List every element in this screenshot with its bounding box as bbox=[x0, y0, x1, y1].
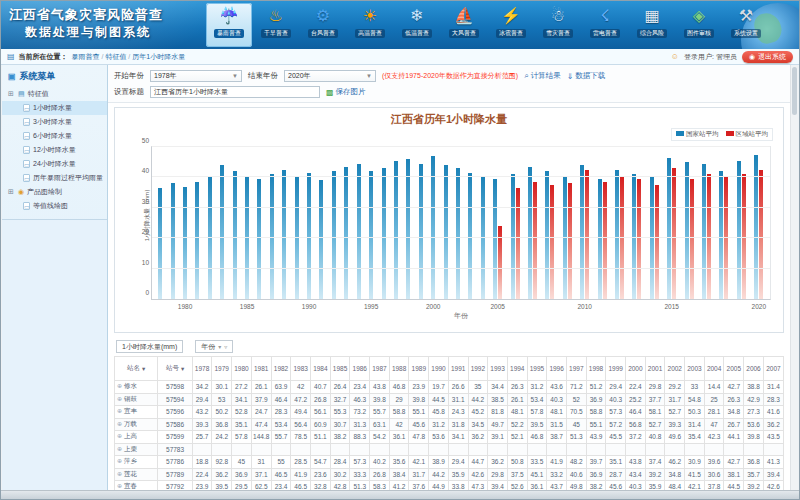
column-header-year-1982[interactable]: 1982 bbox=[271, 357, 291, 381]
sidebar-item[interactable]: ▭3小时降水量 bbox=[2, 115, 107, 129]
bar-national-1990[interactable] bbox=[307, 173, 311, 299]
station-name-cell[interactable]: ⊕莲花 bbox=[115, 468, 158, 481]
column-header-year-1993[interactable]: 1993 bbox=[488, 357, 508, 381]
column-header-year-1980[interactable]: 1980 bbox=[232, 357, 252, 381]
save-image-button[interactable]: ▩ 保存图片 bbox=[326, 87, 366, 97]
bar-national-1982[interactable] bbox=[208, 177, 212, 299]
sidebar-item[interactable]: ▭历年暴雨过程平均雨量 bbox=[2, 171, 107, 185]
station-name-cell[interactable]: ⊕万载 bbox=[115, 418, 158, 431]
table-row[interactable]: ⊕上栗57783 bbox=[115, 443, 784, 456]
toolbar-lightning-button[interactable]: ☇雷电普查 bbox=[582, 3, 628, 47]
toolbar-typhoon-button[interactable]: ⚙台风普查 bbox=[300, 3, 346, 47]
row-expander-icon[interactable]: ⊕ bbox=[117, 483, 122, 489]
column-header-year-2003[interactable]: 2003 bbox=[685, 357, 705, 381]
column-header-year-1981[interactable]: 1981 bbox=[251, 357, 271, 381]
breadcrumb-item[interactable]: 特征值 bbox=[105, 53, 126, 60]
row-expander-icon[interactable]: ⊕ bbox=[117, 471, 122, 477]
bar-national-2008[interactable] bbox=[545, 171, 549, 299]
bar-national-2002[interactable] bbox=[456, 168, 460, 299]
measure-chip[interactable]: 1小时降水量(mm) bbox=[116, 340, 183, 353]
sidebar-item[interactable]: ▭等值线绘图 bbox=[2, 199, 107, 213]
bar-regional-2013[interactable] bbox=[637, 179, 641, 299]
column-header-year-1986[interactable]: 1986 bbox=[350, 357, 370, 381]
bar-national-1980[interactable] bbox=[183, 187, 187, 299]
bar-national-1984[interactable] bbox=[233, 171, 237, 299]
table-row[interactable]: ⊕修水5759834.230.127.226.163.94240.726.423… bbox=[115, 381, 784, 394]
column-header-year-1979[interactable]: 1979 bbox=[212, 357, 232, 381]
column-header-year-2004[interactable]: 2004 bbox=[704, 357, 724, 381]
station-name-cell[interactable]: ⊕宜丰 bbox=[115, 406, 158, 419]
toolbar-high-temp-button[interactable]: ☀高温普查 bbox=[347, 3, 393, 47]
bar-national-1979[interactable] bbox=[171, 183, 175, 299]
data-table-wrap[interactable]: 站名▾站号▾1978197919801981198219831984198519… bbox=[114, 356, 784, 490]
station-name-cell[interactable]: ⊕萍乡 bbox=[115, 456, 158, 469]
bar-national-1989[interactable] bbox=[295, 177, 299, 299]
sidebar-item[interactable]: ▭12小时降水量 bbox=[2, 143, 107, 157]
sidebar-item[interactable]: ▭6小时降水量 bbox=[2, 129, 107, 143]
bar-regional-2015[interactable] bbox=[672, 168, 676, 299]
table-row[interactable]: ⊕宜春5779223.939.529.562.523.446.532.842.8… bbox=[115, 481, 784, 491]
bar-national-2004[interactable] bbox=[481, 177, 485, 299]
column-header-year-2006[interactable]: 2006 bbox=[744, 357, 764, 381]
column-header-year-1997[interactable]: 1997 bbox=[566, 357, 586, 381]
row-expander-icon[interactable]: ⊕ bbox=[117, 433, 122, 439]
column-header-year-1995[interactable]: 1995 bbox=[527, 357, 547, 381]
legend-item[interactable]: 区域站平均 bbox=[726, 130, 769, 139]
tree-group-1[interactable]: ⊞◉产品图绘制 bbox=[2, 185, 107, 199]
column-header-year-1990[interactable]: 1990 bbox=[429, 357, 449, 381]
column-header-year-1991[interactable]: 1991 bbox=[448, 357, 468, 381]
station-name-cell[interactable]: ⊕上栗 bbox=[115, 443, 158, 456]
bar-national-1983[interactable] bbox=[220, 165, 224, 299]
column-header-year-2005[interactable]: 2005 bbox=[724, 357, 744, 381]
toolbar-drought-button[interactable]: ♨干旱普查 bbox=[253, 3, 299, 47]
calculate-button[interactable]: ⌕ 计算结果 bbox=[524, 71, 560, 81]
bar-national-2010[interactable] bbox=[580, 165, 584, 299]
toolbar-composite-button[interactable]: ▦综合风险 bbox=[629, 3, 675, 47]
toolbar-low-temp-button[interactable]: ❄低温普查 bbox=[394, 3, 440, 47]
bar-national-1995[interactable] bbox=[369, 171, 373, 299]
breadcrumb-item[interactable]: 历年1小时降水量 bbox=[132, 53, 185, 60]
sort-icon[interactable]: ▾ bbox=[142, 365, 145, 373]
bar-national-2001[interactable] bbox=[444, 165, 448, 299]
column-header-year-2001[interactable]: 2001 bbox=[645, 357, 665, 381]
bar-national-1996[interactable] bbox=[382, 168, 386, 299]
column-header-year-1999[interactable]: 1999 bbox=[606, 357, 626, 381]
column-header-name[interactable]: 站名▾ bbox=[115, 357, 158, 381]
toolbar-hail-button[interactable]: ⚡冰雹普查 bbox=[488, 3, 534, 47]
legend-item[interactable]: 国家站平均 bbox=[676, 130, 719, 139]
toolbar-snow-button[interactable]: ☃雪灾普查 bbox=[535, 3, 581, 47]
bar-national-2014[interactable] bbox=[650, 177, 654, 299]
chart-title-input[interactable]: 江西省历年1小时降水量 bbox=[150, 86, 320, 98]
bar-regional-2007[interactable] bbox=[533, 182, 537, 299]
bar-national-2017[interactable] bbox=[702, 164, 706, 299]
row-expander-icon[interactable]: ⊕ bbox=[117, 458, 122, 464]
sidebar-item[interactable]: ▭24小时降水量 bbox=[2, 157, 107, 171]
column-header-year-1983[interactable]: 1983 bbox=[291, 357, 311, 381]
bar-national-2003[interactable] bbox=[468, 173, 472, 299]
bar-national-1997[interactable] bbox=[394, 161, 398, 299]
bar-national-2019[interactable] bbox=[737, 161, 741, 299]
bar-national-1993[interactable] bbox=[344, 167, 348, 299]
bar-national-1992[interactable] bbox=[332, 171, 336, 299]
column-header-year-1984[interactable]: 1984 bbox=[311, 357, 331, 381]
bar-national-1999[interactable] bbox=[419, 164, 423, 299]
bar-national-2016[interactable] bbox=[685, 162, 689, 299]
station-name-cell[interactable]: ⊕铜鼓 bbox=[115, 393, 158, 406]
toolbar-gale-button[interactable]: ⛵大风普查 bbox=[441, 3, 487, 47]
expander-icon[interactable]: ⊞ bbox=[8, 188, 15, 196]
column-header-year-1996[interactable]: 1996 bbox=[547, 357, 567, 381]
sidebar-item[interactable]: ▭1小时降水量 bbox=[2, 101, 107, 115]
bar-regional-2020[interactable] bbox=[759, 170, 763, 299]
bar-regional-2014[interactable] bbox=[655, 185, 659, 299]
row-expander-icon[interactable]: ⊕ bbox=[117, 421, 122, 427]
vertical-scrollbar[interactable] bbox=[790, 65, 798, 490]
bar-national-2018[interactable] bbox=[719, 171, 723, 299]
bar-national-1981[interactable] bbox=[195, 182, 199, 299]
column-header-year-1998[interactable]: 1998 bbox=[586, 357, 606, 381]
bar-regional-2009[interactable] bbox=[568, 183, 572, 299]
row-expander-icon[interactable]: ⊕ bbox=[117, 408, 122, 414]
column-header-year-1989[interactable]: 1989 bbox=[409, 357, 429, 381]
column-header-year-1992[interactable]: 1992 bbox=[468, 357, 488, 381]
toolbar-map-review-button[interactable]: ◈图件审核 bbox=[676, 3, 722, 47]
bar-national-2000[interactable] bbox=[431, 156, 435, 299]
